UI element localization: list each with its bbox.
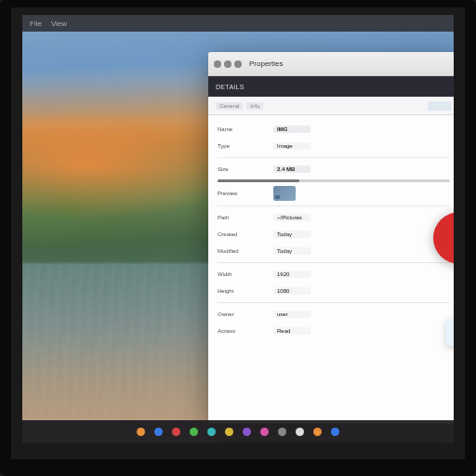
label-width: Width [218,271,266,277]
value-access: Read [273,327,311,335]
taskbar-app-icon[interactable] [225,428,233,436]
top-menubar[interactable]: File View [22,15,454,32]
divider [218,205,450,206]
maximize-icon[interactable] [234,60,242,68]
form-row-modified: Modified Today [208,243,454,259]
window-titlebar[interactable]: Properties [208,52,454,76]
value-type: Image [273,142,311,150]
taskbar-app-icon[interactable] [207,428,216,436]
label-preview: Preview [218,191,266,196]
monitor-frame: File View Properties DETAILS [0,0,476,476]
taskbar-app-icon[interactable] [278,428,286,436]
divider [218,262,450,263]
taskbar-app-icon[interactable] [190,428,198,436]
value-width: 1920 [273,271,311,278]
label-path: Path [218,215,266,220]
properties-window[interactable]: Properties DETAILS General Info Name [208,52,454,424]
thumbnail-image[interactable] [273,186,296,201]
taskbar-app-icon[interactable] [243,428,251,436]
taskbar-app-icon[interactable] [260,428,269,436]
progress-bar [218,179,450,182]
form-row-preview: Preview [208,184,454,203]
taskbar[interactable] [22,420,454,443]
label-height: Height [218,288,266,294]
label-name: Name [218,126,266,132]
form-row-path: Path ~/Pictures [208,209,454,226]
form-row-width: Width 1920 [208,266,454,283]
label-modified: Modified [218,248,266,254]
content-area: Name IMG Type Image Size 2.4 MB [208,115,454,424]
label-size: Size [218,166,266,172]
divider [218,157,450,158]
label-created: Created [218,231,266,237]
value-height: 1080 [273,287,311,295]
value-size: 2.4 MB [273,165,311,173]
play-icon [451,230,454,246]
form-row-height: Height 1080 [208,283,454,299]
taskbar-app-icon[interactable] [154,428,163,436]
taskbar-app-icon[interactable] [313,428,322,436]
window-controls [214,60,242,68]
tab-general[interactable]: General [216,102,243,110]
close-icon[interactable] [214,60,221,68]
form-row-access: Access Read [208,323,454,339]
divider [218,302,450,303]
subheader-action[interactable] [428,101,452,111]
ribbon-label: DETAILS [216,84,245,90]
form-row-name: Name IMG [208,121,454,138]
tab-info[interactable]: Info [246,102,263,110]
window-ribbon: DETAILS [208,76,454,97]
label-owner: Owner [218,311,266,317]
side-panel[interactable] [446,320,454,346]
thumbnail-area [273,186,296,201]
window-title: Properties [249,60,283,68]
desktop[interactable]: File View Properties DETAILS [22,15,454,443]
value-name: IMG [273,126,311,133]
value-created: Today [273,231,311,238]
form-row-owner: Owner user [208,306,454,323]
value-modified: Today [273,247,311,255]
label-type: Type [218,143,266,149]
screen-root: File View Properties DETAILS [0,0,476,476]
taskbar-app-icon[interactable] [331,428,339,436]
menu-item-view[interactable]: View [51,20,67,28]
form-row-size: Size 2.4 MB [208,161,454,178]
taskbar-app-icon[interactable] [172,428,180,436]
label-access: Access [218,328,266,334]
taskbar-app-icon[interactable] [296,428,304,436]
minimize-icon[interactable] [224,60,231,68]
form-row-type: Type Image [208,138,454,154]
value-owner: user [273,311,311,318]
value-path: ~/Pictures [273,214,311,221]
menu-item-file[interactable]: File [30,20,42,28]
taskbar-app-icon[interactable] [137,428,145,436]
window-subheader: General Info [208,97,454,115]
form-row-created: Created Today [208,226,454,243]
